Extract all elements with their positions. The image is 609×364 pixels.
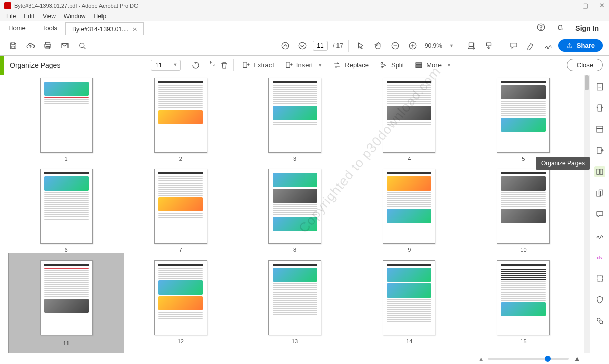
page-thumbnail[interactable]: 2 xyxy=(129,78,231,162)
save-icon[interactable] xyxy=(6,39,20,53)
more-tools-icon[interactable] xyxy=(594,315,605,326)
select-tool-icon[interactable] xyxy=(354,39,368,53)
tab-tools[interactable]: Tools xyxy=(34,21,65,35)
thumbnail-number: 2 xyxy=(179,156,182,162)
help-icon[interactable] xyxy=(536,23,546,33)
svg-rect-18 xyxy=(416,62,422,63)
export-pdf-icon[interactable] xyxy=(594,81,605,92)
page-thumbnail[interactable]: 6 xyxy=(15,169,117,253)
svg-rect-27 xyxy=(599,190,603,195)
insert-label: Insert xyxy=(296,61,313,69)
extract-button[interactable]: Extract xyxy=(236,61,279,70)
rotate-left-icon[interactable] xyxy=(189,58,203,72)
menu-edit[interactable]: Edit xyxy=(20,13,39,20)
close-window-button[interactable]: ✕ xyxy=(599,2,605,9)
svg-rect-25 xyxy=(600,169,602,175)
menu-view[interactable]: View xyxy=(39,13,60,20)
replace-button[interactable]: Replace xyxy=(327,61,374,70)
zoom-out-icon[interactable] xyxy=(388,39,402,53)
maximize-button[interactable]: ▢ xyxy=(582,2,588,9)
menu-bar: File Edit View Window Help xyxy=(0,11,609,21)
optimize-icon[interactable] xyxy=(594,273,605,284)
protect-icon[interactable] xyxy=(594,294,605,305)
svg-rect-21 xyxy=(597,83,602,90)
search-icon[interactable] xyxy=(75,39,89,53)
page-up-icon[interactable] xyxy=(278,39,292,53)
vertical-scrollbar[interactable] xyxy=(584,75,590,353)
document-tab-label: Byte#314-1393.01.... xyxy=(72,26,128,33)
thumbnail-grid: 123456789101112131415 xyxy=(0,75,590,353)
highlight-icon[interactable] xyxy=(524,39,538,53)
page-down-icon[interactable] xyxy=(295,39,310,53)
thumbnail-image xyxy=(383,260,435,335)
comment-tool-icon[interactable] xyxy=(594,209,605,220)
edit-pdf-icon[interactable] xyxy=(594,124,605,135)
page-thumbnail[interactable]: 8 xyxy=(244,169,346,253)
tab-home[interactable]: Home xyxy=(0,21,34,35)
svg-point-30 xyxy=(597,318,600,321)
page-thumbnail[interactable]: 14 xyxy=(358,260,460,346)
replace-label: Replace xyxy=(345,61,369,69)
more-button[interactable]: More ▼ xyxy=(409,61,456,70)
page-thumbnail[interactable]: 10 xyxy=(472,169,574,253)
thumbnail-small-icon[interactable]: ▲ xyxy=(478,356,484,362)
page-thumbnail[interactable]: 12 xyxy=(129,260,231,346)
zoom-dropdown[interactable]: ▼ xyxy=(449,43,454,48)
hand-tool-icon[interactable] xyxy=(371,39,385,53)
notifications-icon[interactable] xyxy=(556,23,565,33)
comment-icon[interactable] xyxy=(506,39,521,53)
export-icon[interactable] xyxy=(594,145,605,156)
print-icon[interactable] xyxy=(41,39,55,53)
page-thumbnail[interactable]: 13 xyxy=(244,260,346,346)
page-thumbnail[interactable]: 7 xyxy=(129,169,231,253)
page-thumbnail[interactable]: 15 xyxy=(472,260,574,346)
page-thumbnail[interactable]: 3 xyxy=(244,78,346,162)
share-label: Share xyxy=(577,42,595,49)
redact-icon[interactable]: xls xyxy=(594,251,605,263)
menu-help[interactable]: Help xyxy=(90,13,111,20)
fit-page-icon[interactable] xyxy=(482,39,496,53)
page-thumbnail[interactable]: 1 xyxy=(15,78,117,162)
split-button[interactable]: Split xyxy=(374,61,409,70)
page-number-input[interactable] xyxy=(313,41,328,51)
page-select-value: 11 xyxy=(155,62,162,69)
sign-icon[interactable] xyxy=(541,39,555,53)
insert-caret-icon: ▼ xyxy=(318,63,322,68)
organize-accent xyxy=(0,56,4,75)
thumbnail-large-icon[interactable]: ▲ xyxy=(573,354,581,363)
close-panel-button[interactable]: Close xyxy=(567,59,603,71)
organize-pages-icon[interactable] xyxy=(594,166,605,177)
document-tab[interactable]: Byte#314-1393.01.... × xyxy=(65,22,144,35)
svg-rect-13 xyxy=(486,43,491,46)
combine-icon[interactable] xyxy=(594,188,605,199)
fill-sign-icon[interactable] xyxy=(594,230,605,241)
page-thumbnail[interactable]: 11 xyxy=(15,260,117,346)
organize-title: Organize Pages xyxy=(4,61,151,69)
minimize-button[interactable]: — xyxy=(564,2,571,9)
menu-file[interactable]: File xyxy=(2,13,20,20)
rotate-right-icon[interactable] xyxy=(203,58,217,72)
document-tab-close[interactable]: × xyxy=(132,25,137,33)
page-thumbnail[interactable]: 5 xyxy=(472,78,574,162)
share-button[interactable]: Share xyxy=(558,39,603,52)
extract-label: Extract xyxy=(253,61,274,69)
create-pdf-icon[interactable] xyxy=(594,102,605,114)
menu-window[interactable]: Window xyxy=(60,13,90,20)
zoom-in-icon[interactable] xyxy=(405,39,420,53)
thumbnail-number: 6 xyxy=(65,247,68,253)
svg-rect-22 xyxy=(597,126,603,132)
insert-button[interactable]: Insert ▼ xyxy=(279,61,327,70)
page-thumbnail[interactable]: 9 xyxy=(358,169,460,253)
zoom-value: 90.9% xyxy=(425,42,442,49)
thumbnail-number: 11 xyxy=(63,340,69,346)
email-icon[interactable] xyxy=(58,39,72,53)
fit-width-icon[interactable] xyxy=(464,39,479,53)
page-thumbnail[interactable]: 4 xyxy=(358,78,460,162)
cloud-upload-icon[interactable] xyxy=(23,39,38,53)
svg-rect-14 xyxy=(243,62,247,68)
page-select-dropdown[interactable]: 11 ▼ xyxy=(151,60,181,71)
thumbnail-size-slider[interactable] xyxy=(488,358,569,360)
delete-icon[interactable] xyxy=(217,58,231,72)
thumbnail-number: 14 xyxy=(406,338,412,344)
sign-in-button[interactable]: Sign In xyxy=(575,24,599,32)
